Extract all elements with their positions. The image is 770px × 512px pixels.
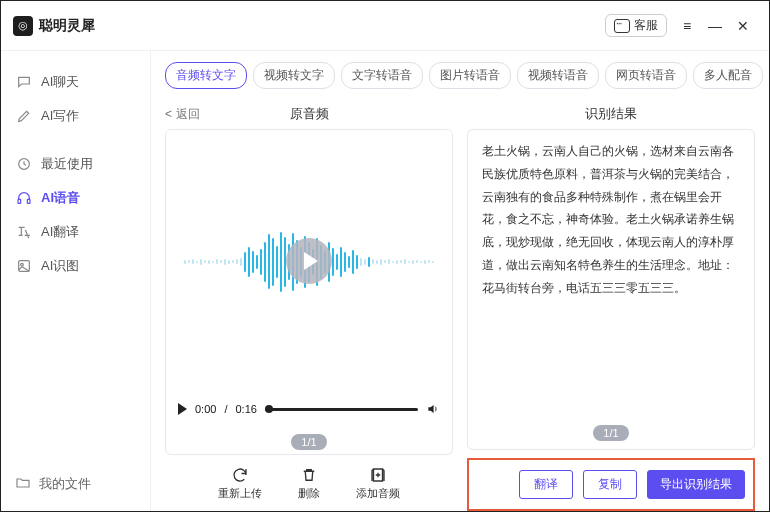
tab-text-to-speech[interactable]: 文字转语音 <box>341 62 423 89</box>
sidebar-item-ai-image[interactable]: AI识图 <box>7 249 144 283</box>
source-audio-title: 原音频 <box>165 105 453 123</box>
customer-service-button[interactable]: 客服 <box>605 14 667 37</box>
minimize-button[interactable]: — <box>701 12 729 40</box>
translate-icon <box>15 223 33 241</box>
audio-player: 0:00 / 0:16 <box>166 392 452 426</box>
tab-audio-to-text[interactable]: 音频转文字 <box>165 62 247 89</box>
add-icon <box>369 466 387 484</box>
svg-rect-2 <box>27 199 30 203</box>
tab-video-to-speech[interactable]: 视频转语音 <box>517 62 599 89</box>
image-scan-icon <box>15 257 33 275</box>
pencil-icon <box>15 107 33 125</box>
sidebar-item-label: AI翻译 <box>41 223 79 241</box>
delete-label: 删除 <box>298 486 320 501</box>
delete-button[interactable]: 删除 <box>298 466 320 501</box>
sidebar-item-ai-chat[interactable]: AI聊天 <box>7 65 144 99</box>
seek-slider[interactable] <box>265 408 418 411</box>
close-window-button[interactable]: ✕ <box>729 12 757 40</box>
play-overlay-button[interactable] <box>286 238 332 284</box>
app-title: 聪明灵犀 <box>39 17 95 35</box>
source-audio-panel: < 返回 原音频 0:00 / <box>165 99 453 511</box>
sidebar-item-label: AI聊天 <box>41 73 79 91</box>
time-total: 0:16 <box>235 403 256 415</box>
chevron-left-icon: < <box>165 107 172 121</box>
volume-icon[interactable] <box>426 402 440 416</box>
time-current: 0:00 <box>195 403 216 415</box>
recognition-text: 老土火锅，云南人自己的火锅，选材来自云南各民族优质特色原料，普洱茶与火锅的完美结… <box>482 140 740 417</box>
export-result-button[interactable]: 导出识别结果 <box>647 470 745 499</box>
sidebar: AI聊天 AI写作 最近使用 AI语音 AI翻译 AI识图 <box>1 51 151 511</box>
source-actions: 重新上传 删除 添加音频 <box>165 455 453 511</box>
play-button[interactable] <box>178 403 187 415</box>
recognition-panel: 识别结果 老土火锅，云南人自己的火锅，选材来自云南各民族优质特色原料，普洱茶与火… <box>467 99 755 511</box>
app-brand: ◎ 聪明灵犀 <box>13 16 95 36</box>
chat-icon <box>15 73 33 91</box>
refresh-icon <box>231 466 249 484</box>
trash-icon <box>300 466 318 484</box>
add-audio-label: 添加音频 <box>356 486 400 501</box>
source-pager: 1/1 <box>166 426 452 454</box>
result-pager-value: 1/1 <box>593 425 628 441</box>
result-actions-highlight: 翻译 复制 导出识别结果 <box>467 458 755 511</box>
recognition-title: 识别结果 <box>467 105 755 123</box>
svg-point-4 <box>21 263 24 266</box>
sidebar-item-ai-translate[interactable]: AI翻译 <box>7 215 144 249</box>
tab-image-to-speech[interactable]: 图片转语音 <box>429 62 511 89</box>
sidebar-item-label: AI识图 <box>41 257 79 275</box>
sidebar-item-label: AI语音 <box>41 189 80 207</box>
tab-multi-voice[interactable]: 多人配音 <box>693 62 763 89</box>
tab-video-to-text[interactable]: 视频转文字 <box>253 62 335 89</box>
sidebar-my-files-label: 我的文件 <box>39 475 91 493</box>
translate-button[interactable]: 翻译 <box>519 470 573 499</box>
sidebar-item-ai-voice[interactable]: AI语音 <box>7 181 144 215</box>
copy-button[interactable]: 复制 <box>583 470 637 499</box>
sidebar-item-label: AI写作 <box>41 107 79 125</box>
add-audio-button[interactable]: 添加音频 <box>356 466 400 501</box>
back-button[interactable]: < 返回 <box>165 106 200 123</box>
sidebar-item-ai-write[interactable]: AI写作 <box>7 99 144 133</box>
back-label: 返回 <box>176 106 200 123</box>
result-pager: 1/1 <box>482 417 740 445</box>
customer-service-label: 客服 <box>634 17 658 34</box>
sidebar-item-label: 最近使用 <box>41 155 93 173</box>
tab-bar: 音频转文字 视频转文字 文字转语音 图片转语音 视频转语音 网页转语音 多人配音… <box>151 51 769 99</box>
sidebar-item-recent[interactable]: 最近使用 <box>7 147 144 181</box>
sidebar-my-files[interactable]: 我的文件 <box>7 467 144 501</box>
history-icon <box>15 155 33 173</box>
waveform-area <box>166 130 452 392</box>
menu-button[interactable]: ≡ <box>673 12 701 40</box>
chat-bubble-icon <box>614 19 630 33</box>
title-bar: ◎ 聪明灵犀 客服 ≡ — ✕ <box>1 1 769 51</box>
tab-web-to-speech[interactable]: 网页转语音 <box>605 62 687 89</box>
source-pager-value: 1/1 <box>291 434 326 450</box>
headphones-icon <box>15 189 33 207</box>
svg-rect-1 <box>18 199 21 203</box>
app-logo-icon: ◎ <box>13 16 33 36</box>
folder-icon <box>15 475 31 494</box>
reupload-button[interactable]: 重新上传 <box>218 466 262 501</box>
reupload-label: 重新上传 <box>218 486 262 501</box>
